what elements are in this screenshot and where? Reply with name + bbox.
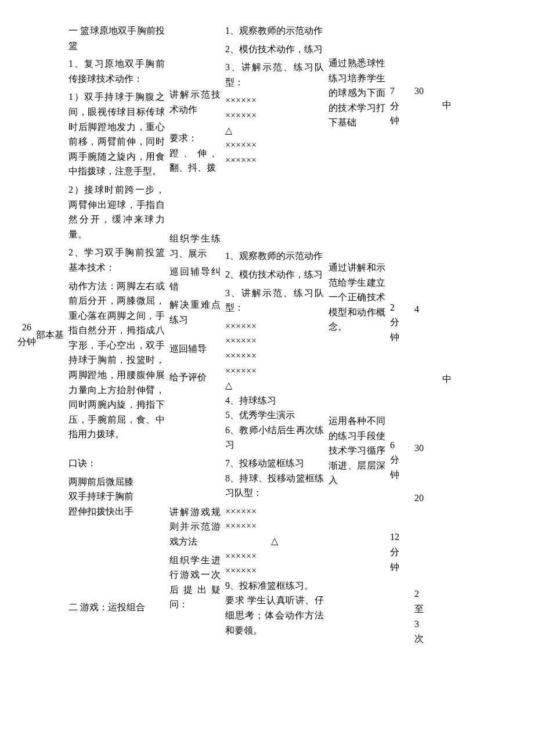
content-review-head: 1、复习原地双手胸前传接球技术动作：: [68, 56, 165, 86]
formation-row: ××××××: [225, 363, 324, 379]
section-column: 基 本 部 26 分钟: [17, 23, 64, 646]
formation-row: ××××××: [225, 108, 324, 123]
level-2: 中: [442, 372, 460, 387]
section-label-1: 基: [55, 327, 64, 343]
formation-row: ××××××: [225, 333, 324, 348]
content-column: 一 篮球原地双手胸前投篮 1、复习原地双手胸前传接球技术动作： 1）双手持球于胸…: [68, 23, 165, 646]
time-column: 7 分 钟 2 分 钟 6 分 钟 12 分 钟: [390, 23, 410, 646]
teacher-4: 组织学生练习、展示: [169, 231, 221, 261]
formation-row: ××××××: [225, 549, 324, 564]
count-3: 30: [414, 441, 438, 456]
teacher-column: 讲解示范技术动作 要求： 蹬、伸、翻、抖、拨 组织学生练习、展示 巡回辅导纠错 …: [169, 23, 221, 646]
student-12: 9、投标准篮框练习。: [225, 578, 324, 593]
formation-triangle: △: [225, 534, 324, 549]
content-koujue-3: 蹬伸扣拨快出手: [68, 504, 165, 519]
formation-row: ××××××: [225, 138, 324, 153]
teacher-7: 巡回辅导: [169, 341, 221, 357]
count-column: 30 4 30 20 2 至 3 次: [414, 23, 438, 646]
formation-row: ××××××: [225, 348, 324, 363]
teacher-1: 讲解示范技术动作: [169, 87, 221, 117]
student-3: 3、讲解示范、练习队型：: [225, 60, 324, 89]
content-review-1b: 2）接球时前跨一步，两臂伸出迎球，手指自然分开，缓冲来球力量。: [68, 182, 165, 242]
teacher-3: 蹬、伸、翻、抖、拨: [169, 146, 221, 175]
section-label-2: 本: [45, 327, 55, 343]
content-koujue-head: 口诀：: [68, 456, 165, 471]
student-13: 要求 学生认真听讲、仔细思考；体会动作方法和要领。: [225, 593, 324, 638]
teacher-9: 讲解游戏规则并示范游戏方法: [169, 505, 221, 549]
purpose-2: 通过讲解和示范给学生建立一个正确技术模型和动作概念。: [329, 260, 385, 334]
lesson-plan-page: 基 本 部 26 分钟 一 篮球原地双手胸前投篮 1、复习原地双手胸前传接球技术…: [17, 23, 517, 646]
formation-row: ××××××: [225, 153, 324, 168]
purpose-1: 通过熟悉球性练习培养学生的球感为下面的技术学习打下基础: [329, 56, 385, 130]
count-1: 30: [414, 84, 438, 99]
formation-row: ××××××: [225, 93, 324, 108]
formation-row: ××××××: [225, 504, 324, 519]
count-2: 4: [414, 302, 438, 317]
level-1: 中: [442, 98, 460, 113]
purpose-column: 通过熟悉球性练习培养学生的球感为下面的技术学习打下基础 通过讲解和示范给学生建立…: [329, 23, 385, 646]
content-review-1a: 1）双手持球于胸腹之间，眼视传球目标传球时后脚蹬地发力，重心前移，两臂前伸，同时…: [68, 89, 165, 179]
content-title-1: 一 篮球原地双手胸前投篮: [68, 23, 165, 53]
section-label-3: 部: [36, 327, 45, 343]
student-7: 4、持球练习: [225, 393, 324, 408]
student-9: 6、教师小结后生再次练习: [225, 423, 324, 452]
teacher-10: 组织学生进行游戏一次后提出疑问：: [169, 553, 221, 612]
student-4: 1、观察教师的示范动作: [225, 249, 324, 264]
formation-row: ××××××: [225, 563, 324, 578]
formation-row: ××××××: [225, 319, 324, 334]
content-koujue-2: 双手持球于胸前: [68, 489, 165, 504]
teacher-5: 巡回辅导纠错: [169, 264, 221, 294]
teacher-2: 要求：: [169, 131, 221, 146]
student-11: 8、持球、投移动篮框练习队型：: [225, 471, 324, 501]
student-2: 2、模仿技术动作，练习: [225, 42, 324, 57]
purpose-3: 运用各种不同的练习手段使技术学习循序渐进、层层深入: [329, 413, 385, 488]
time-1: 7 分 钟: [390, 84, 410, 128]
student-8: 5、优秀学生演示: [225, 408, 324, 423]
student-column: 1、观察教师的示范动作 2、模仿技术动作，练习 3、讲解示范、练习队型： ×××…: [225, 23, 324, 646]
teacher-8: 给予评价: [169, 370, 221, 385]
student-10: 7、投移动篮框练习: [225, 456, 324, 471]
content-learn-head: 2、学习双手胸前投篮基本技术：: [68, 245, 165, 275]
section-duration: 26 分钟: [17, 320, 36, 350]
time-4: 12 分 钟: [390, 530, 410, 574]
formation-triangle: △: [225, 123, 324, 138]
student-6: 3、讲解示范、练习队型：: [225, 286, 324, 315]
teacher-6: 解决重难点练习: [169, 297, 221, 327]
formation-row: ××××××: [225, 519, 324, 534]
student-1: 1、观察教师的示范动作: [225, 23, 324, 38]
formation-triangle: △: [225, 378, 324, 393]
content-koujue-1: 两脚前后微屈膝: [68, 474, 165, 489]
count-4: 20: [414, 491, 438, 506]
level-column: 中 中: [442, 23, 460, 646]
student-5: 2、模仿技术动作，练习: [225, 267, 324, 282]
content-title-2: 二 游戏：运投组合: [68, 600, 165, 615]
count-5: 2 至 3 次: [414, 586, 438, 646]
time-3: 6 分 钟: [390, 438, 410, 483]
content-learn-method: 动作方法：两脚左右或前后分开，两膝微屈，重心落在两脚之间，手指自然分开，拇指成八…: [68, 279, 165, 442]
time-2: 2 分 钟: [390, 300, 410, 345]
